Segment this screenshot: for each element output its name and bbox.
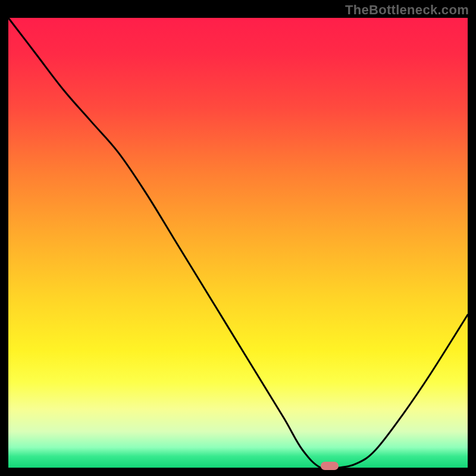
plot-area [8, 18, 468, 468]
bottleneck-curve [8, 18, 468, 468]
watermark-text: TheBottleneck.com [345, 2, 469, 18]
chart-frame: TheBottleneck.com [0, 0, 476, 476]
optimal-point-marker [321, 462, 339, 470]
